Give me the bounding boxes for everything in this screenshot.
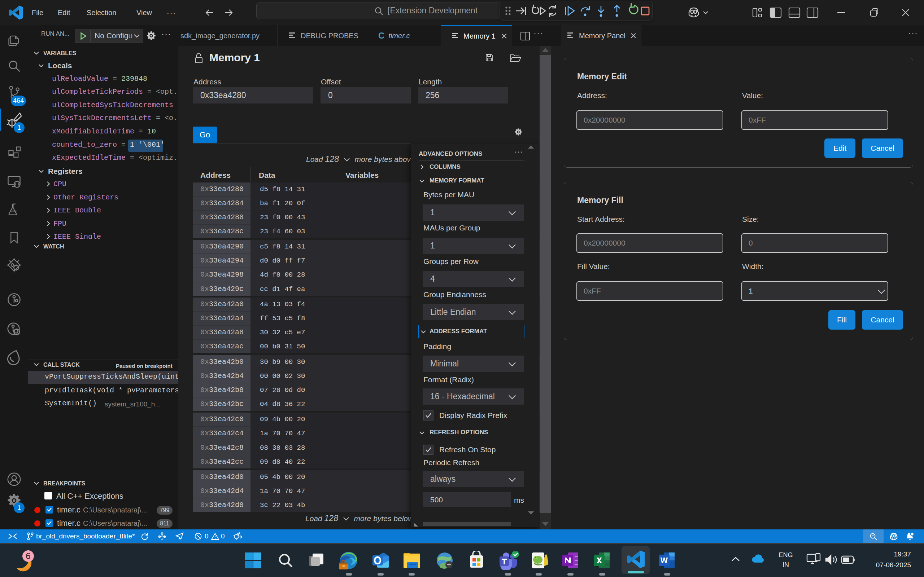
svg-text:6: 6 — [26, 551, 30, 561]
